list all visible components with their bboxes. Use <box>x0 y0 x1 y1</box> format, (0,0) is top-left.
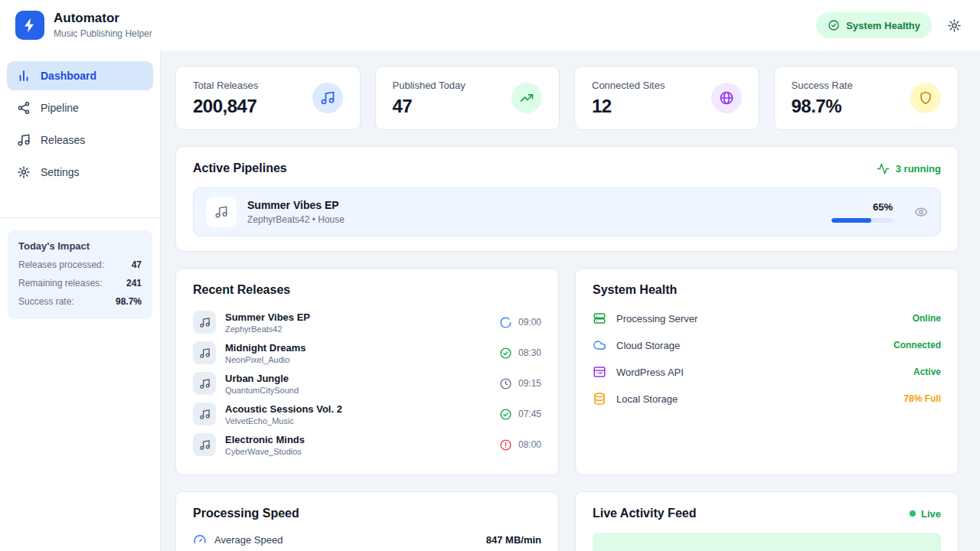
release-row[interactable]: Acoustic Sessions Vol. 2 VelvetEcho_Musi… <box>193 399 541 429</box>
stat-label: Success Rate <box>792 80 853 91</box>
sidebar-item-label: Pipeline <box>41 102 79 114</box>
sidebar-item-label: Settings <box>41 166 80 178</box>
music-note-icon <box>193 433 216 456</box>
release-artist: ZephyrBeats42 <box>225 324 310 334</box>
average-speed-label: Average Speed <box>214 534 283 546</box>
impact-row: Success rate: 98.7% <box>18 296 142 307</box>
app-logo <box>15 11 44 40</box>
health-status: 78% Full <box>903 393 941 404</box>
release-row[interactable]: Urban Jungle QuantumCitySound 09:15 <box>193 368 541 399</box>
pipeline-progress-fill <box>831 218 871 223</box>
impact-row: Remaining releases: 241 <box>18 278 142 289</box>
todays-impact-panel: Today's Impact Releases processed: 47 Re… <box>8 230 152 319</box>
stats-row: Total Releases 200,847 Published Today 4… <box>175 66 959 130</box>
release-title: Summer Vibes EP <box>225 311 310 323</box>
trending-up-icon <box>511 83 542 113</box>
release-row[interactable]: Midnight Dreams NeonPixel_Audio 08:30 <box>193 337 541 368</box>
release-time: 08:30 <box>518 347 541 358</box>
cloud-icon <box>593 338 606 352</box>
check-circle-icon <box>828 19 840 31</box>
sidebar-item-pipeline[interactable]: Pipeline <box>7 93 153 122</box>
release-artist: CyberWave_Studios <box>225 447 305 456</box>
impact-label: Releases processed: <box>18 259 104 270</box>
live-label: Live <box>921 508 941 520</box>
release-title: Electronic Minds <box>225 434 305 445</box>
live-activity-feed-card: Live Activity Feed Live <box>575 491 959 551</box>
stat-card-total-releases: Total Releases 200,847 <box>175 66 361 130</box>
stat-card-published-today: Published Today 47 <box>375 66 560 130</box>
impact-row: Releases processed: 47 <box>18 259 142 270</box>
health-label: WordPress API <box>616 367 684 378</box>
health-label: Cloud Storage <box>616 340 680 351</box>
impact-value: 241 <box>126 278 142 289</box>
active-pipelines-card: Active Pipelines 3 running Summer Vibes … <box>175 146 959 252</box>
view-pipeline-button[interactable] <box>914 205 928 219</box>
gear-icon <box>17 165 31 179</box>
release-artist: VelvetEcho_Music <box>225 416 342 425</box>
gear-icon <box>947 18 962 33</box>
shield-icon <box>910 83 941 113</box>
stat-value: 200,847 <box>193 96 258 117</box>
bolt-icon <box>21 17 38 34</box>
stat-label: Total Releases <box>193 80 258 91</box>
stat-card-success-rate: Success Rate 98.7% <box>774 66 959 130</box>
live-dot-icon <box>910 510 916 517</box>
pipeline-subtitle: ZephyrBeats42 • House <box>247 214 821 225</box>
bar-chart-icon <box>17 69 31 83</box>
health-label: Processing Server <box>616 313 697 324</box>
stat-value: 47 <box>393 96 466 117</box>
progress-bar <box>831 218 893 223</box>
system-healthy-badge[interactable]: System Healthy <box>816 12 932 38</box>
system-healthy-label: System Healthy <box>846 20 920 31</box>
eye-icon <box>914 205 928 219</box>
impact-title: Today's Impact <box>18 240 142 252</box>
pipeline-progress: 65% <box>831 201 893 223</box>
sidebar-item-settings[interactable]: Settings <box>7 158 153 187</box>
music-note-icon <box>206 197 237 227</box>
brand: Automator Music Publishing Helper <box>15 11 152 40</box>
clock-icon <box>499 377 512 390</box>
health-status: Active <box>913 367 941 377</box>
release-time: 08:00 <box>518 439 541 450</box>
music-note-icon <box>193 403 216 425</box>
health-row: WordPress API Active <box>593 360 941 383</box>
processing-speed-title: Processing Speed <box>193 507 299 520</box>
sidebar-item-dashboard[interactable]: Dashboard <box>7 61 153 90</box>
main-content: Total Releases 200,847 Published Today 4… <box>161 51 980 551</box>
release-row[interactable]: Summer Vibes EP ZephyrBeats42 09:00 <box>193 307 541 337</box>
stat-label: Published Today <box>393 80 466 91</box>
sidebar-item-releases[interactable]: Releases <box>7 126 153 155</box>
activity-feed-item <box>593 533 941 551</box>
sidebar-item-label: Releases <box>41 134 85 146</box>
health-label: Local Storage <box>616 393 678 405</box>
recent-releases-title: Recent Releases <box>193 283 290 297</box>
wordpress-icon <box>593 365 606 379</box>
live-indicator: Live <box>910 508 941 520</box>
settings-gear-button[interactable] <box>947 18 962 33</box>
sidebar-item-label: Dashboard <box>41 70 96 82</box>
impact-value: 98.7% <box>116 296 142 307</box>
music-note-icon <box>193 341 216 364</box>
stat-label: Connected Sites <box>592 80 665 91</box>
sidebar-divider <box>0 217 160 218</box>
music-note-icon <box>193 311 216 334</box>
release-title: Acoustic Sessions Vol. 2 <box>225 403 342 415</box>
release-time: 09:00 <box>518 317 541 328</box>
music-note-icon <box>17 133 31 147</box>
release-row[interactable]: Electronic Minds CyberWave_Studios 08:00 <box>193 429 541 460</box>
average-speed-value: 847 MB/min <box>486 534 541 546</box>
music-note-icon <box>193 372 216 395</box>
processing-speed-card: Processing Speed Average Speed 847 MB/mi… <box>175 491 559 551</box>
pipeline-progress-label: 65% <box>831 201 893 213</box>
pipeline-icon <box>17 101 31 115</box>
average-speed-row: Average Speed 847 MB/min <box>193 533 541 546</box>
health-row: Local Storage 78% Full <box>593 387 941 410</box>
pipeline-row[interactable]: Summer Vibes EP ZephyrBeats42 • House 65… <box>193 187 941 236</box>
impact-value: 47 <box>132 259 142 270</box>
health-row: Processing Server Online <box>593 307 941 330</box>
activity-feed-title: Live Activity Feed <box>593 507 696 520</box>
running-indicator: 3 running <box>877 162 941 175</box>
globe-icon <box>711 83 742 113</box>
release-title: Urban Jungle <box>225 373 299 384</box>
health-row: Cloud Storage Connected <box>593 334 941 357</box>
